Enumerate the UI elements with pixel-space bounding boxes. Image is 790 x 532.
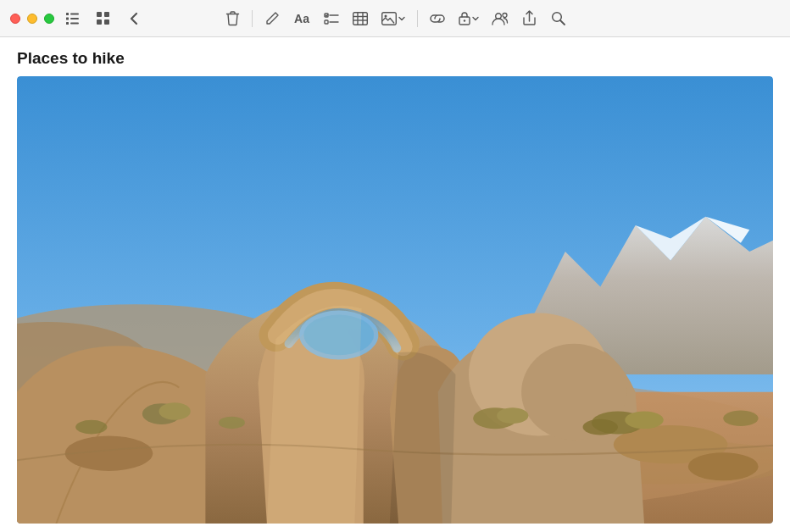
svg-rect-8: [97, 19, 102, 25]
svg-point-52: [75, 420, 107, 435]
svg-rect-3: [70, 18, 79, 19]
svg-point-50: [583, 419, 618, 435]
svg-point-20: [385, 14, 387, 17]
lock-note-button[interactable]: [453, 7, 484, 30]
format-text-button[interactable]: Aa: [288, 7, 315, 30]
add-media-button[interactable]: [376, 7, 410, 30]
table-button[interactable]: [348, 7, 373, 30]
add-link-button[interactable]: [425, 7, 450, 30]
svg-point-22: [464, 19, 465, 21]
list-view-button[interactable]: [61, 7, 85, 30]
svg-rect-0: [66, 13, 69, 15]
search-button[interactable]: [545, 7, 570, 30]
svg-point-53: [219, 417, 245, 429]
note-image-container: [17, 76, 773, 524]
center-toolbar: Aa: [220, 7, 570, 30]
svg-point-47: [497, 407, 528, 424]
minimize-button[interactable]: [27, 14, 37, 24]
svg-point-24: [503, 13, 507, 17]
share-button[interactable]: [516, 7, 542, 30]
back-button[interactable]: [122, 7, 146, 30]
note-area: Places to hike: [0, 37, 790, 532]
maximize-button[interactable]: [44, 14, 54, 24]
landscape-image: [17, 76, 773, 524]
svg-rect-14: [353, 12, 368, 25]
svg-rect-9: [104, 19, 109, 25]
svg-point-51: [723, 410, 758, 426]
svg-point-43: [688, 452, 759, 480]
collaborate-button[interactable]: [487, 7, 513, 30]
note-title: Places to hike: [17, 49, 773, 68]
svg-rect-2: [66, 17, 69, 19]
toolbar-divider-2: [417, 10, 418, 27]
checklist-button[interactable]: [319, 7, 344, 30]
traffic-lights: [10, 14, 54, 24]
svg-rect-7: [104, 12, 109, 17]
svg-point-49: [625, 411, 664, 429]
delete-note-button[interactable]: [220, 7, 245, 30]
svg-rect-12: [325, 20, 328, 24]
titlebar: Aa: [0, 0, 790, 37]
svg-rect-4: [66, 22, 69, 25]
close-button[interactable]: [10, 14, 20, 24]
left-controls: [61, 7, 146, 30]
svg-rect-5: [70, 22, 79, 24]
svg-point-45: [159, 402, 191, 420]
svg-line-26: [560, 20, 565, 25]
toolbar-divider-1: [252, 10, 253, 27]
svg-rect-1: [70, 13, 79, 14]
grid-view-button[interactable]: [92, 7, 115, 30]
svg-rect-6: [97, 12, 102, 17]
compose-button[interactable]: [259, 7, 285, 30]
